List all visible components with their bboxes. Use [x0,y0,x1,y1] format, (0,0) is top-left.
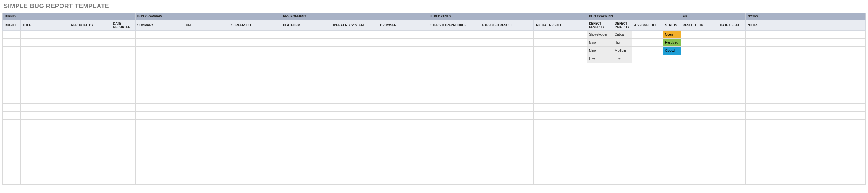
table-cell[interactable] [632,63,663,71]
table-cell[interactable] [718,71,745,79]
table-cell[interactable] [533,31,587,39]
table-cell[interactable] [3,87,21,95]
table-cell[interactable] [3,136,21,144]
table-cell[interactable] [718,55,745,63]
table-cell[interactable] [533,79,587,87]
table-cell[interactable] [718,63,745,71]
table-cell[interactable] [111,136,135,144]
table-cell[interactable] [3,144,21,152]
table-cell[interactable] [480,63,533,71]
table-cell[interactable] [330,160,378,168]
table-cell[interactable] [663,87,681,95]
table-cell[interactable] [330,31,378,39]
table-cell[interactable] [184,136,229,144]
table-cell[interactable] [613,160,632,168]
table-cell[interactable] [281,152,330,160]
table-cell[interactable] [281,176,330,185]
table-cell[interactable] [428,87,480,95]
table-cell[interactable] [681,47,718,55]
table-cell[interactable] [428,152,480,160]
table-cell[interactable] [21,128,69,136]
table-cell[interactable] [135,31,184,39]
table-cell[interactable] [718,176,745,185]
table-cell[interactable] [281,63,330,71]
table-cell[interactable] [378,136,428,144]
table-cell[interactable] [111,47,135,55]
table-cell[interactable] [718,136,745,144]
table-cell[interactable] [480,47,533,55]
table-cell[interactable] [681,103,718,111]
table-cell[interactable] [3,95,21,103]
table-cell[interactable] [587,128,613,136]
table-cell[interactable] [480,71,533,79]
table-cell[interactable] [21,176,69,185]
table-cell[interactable] [3,103,21,111]
table-cell[interactable] [229,55,281,63]
table-cell[interactable] [378,128,428,136]
table-cell[interactable] [613,176,632,185]
table-cell[interactable] [3,55,21,63]
table-cell[interactable] [281,144,330,152]
table-cell[interactable] [135,95,184,103]
table-cell[interactable] [681,55,718,63]
table-cell[interactable] [229,87,281,95]
table-cell[interactable] [184,160,229,168]
table-cell[interactable] [745,152,865,160]
table-cell[interactable] [663,152,681,160]
table-cell[interactable] [663,103,681,111]
table-cell[interactable] [378,47,428,55]
table-cell[interactable] [21,120,69,128]
table-cell[interactable] [378,55,428,63]
priority-option[interactable]: Low [613,55,632,63]
table-cell[interactable] [111,55,135,63]
table-cell[interactable] [184,79,229,87]
table-cell[interactable] [745,95,865,103]
table-cell[interactable] [428,79,480,87]
severity-option[interactable]: Major [587,39,613,47]
table-cell[interactable] [718,152,745,160]
table-cell[interactable] [745,87,865,95]
table-cell[interactable] [632,120,663,128]
table-cell[interactable] [533,176,587,185]
table-cell[interactable] [69,168,111,176]
table-cell[interactable] [632,168,663,176]
table-cell[interactable] [428,136,480,144]
table-cell[interactable] [480,87,533,95]
table-cell[interactable] [613,63,632,71]
table-cell[interactable] [330,63,378,71]
priority-option[interactable]: High [613,39,632,47]
table-cell[interactable] [135,87,184,95]
table-cell[interactable] [184,95,229,103]
table-cell[interactable] [229,79,281,87]
table-cell[interactable] [184,144,229,152]
table-cell[interactable] [3,176,21,185]
table-cell[interactable] [613,144,632,152]
table-cell[interactable] [21,152,69,160]
table-cell[interactable] [330,176,378,185]
table-cell[interactable] [663,160,681,168]
table-cell[interactable] [184,47,229,55]
table-cell[interactable] [718,168,745,176]
table-cell[interactable] [281,79,330,87]
table-cell[interactable] [632,144,663,152]
table-cell[interactable] [111,120,135,128]
table-cell[interactable] [229,152,281,160]
table-cell[interactable] [480,160,533,168]
table-cell[interactable] [330,55,378,63]
table-cell[interactable] [663,128,681,136]
table-cell[interactable] [3,128,21,136]
table-cell[interactable] [378,79,428,87]
table-cell[interactable] [663,176,681,185]
table-cell[interactable] [613,168,632,176]
table-cell[interactable] [135,63,184,71]
table-cell[interactable] [428,31,480,39]
table-cell[interactable] [184,103,229,111]
table-cell[interactable] [613,103,632,111]
table-cell[interactable] [718,128,745,136]
table-cell[interactable] [69,103,111,111]
table-cell[interactable] [632,103,663,111]
table-cell[interactable] [3,111,21,120]
table-cell[interactable] [69,71,111,79]
table-cell[interactable] [681,79,718,87]
table-cell[interactable] [613,111,632,120]
